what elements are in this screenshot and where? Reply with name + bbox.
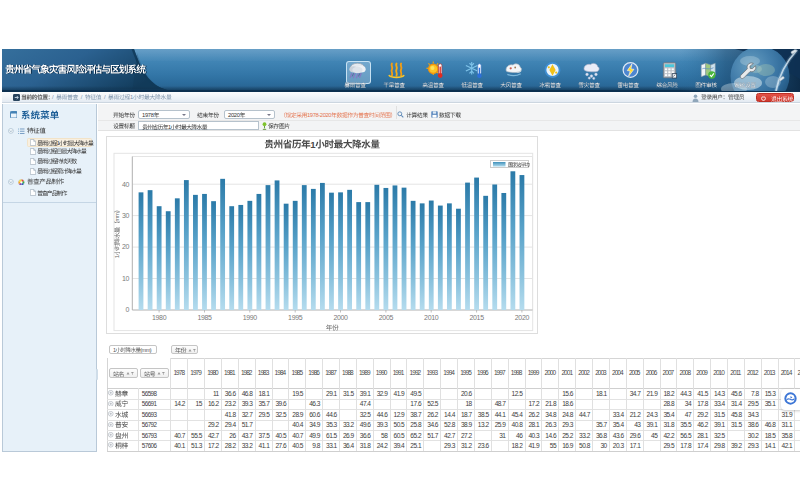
svg-text:0: 0 [126,306,130,313]
svg-text:1990: 1990 [243,314,258,321]
svg-text:10: 10 [122,275,130,282]
svg-text:1: 1 [130,94,133,100]
svg-text:0: 0 [236,113,239,119]
svg-text:40: 40 [122,181,130,188]
svg-text:1985: 1985 [197,314,212,321]
svg-text:1: 1 [113,254,120,258]
svg-text:/: / [80,94,82,100]
svg-text:2005: 2005 [379,314,394,321]
svg-text:2015: 2015 [470,314,485,321]
svg-text:0: 0 [328,112,331,118]
svg-text:m: m [113,212,120,217]
svg-text:2000: 2000 [333,314,348,321]
svg-text:2020: 2020 [515,314,530,321]
svg-text:1: 1 [168,124,171,130]
svg-text:1: 1 [310,139,316,150]
svg-text:1980: 1980 [152,314,167,321]
svg-text:/: / [52,94,54,100]
svg-text:/: / [103,94,105,100]
svg-text:1995: 1995 [288,314,303,321]
svg-text:2010: 2010 [424,314,439,321]
svg-text:8: 8 [150,113,153,119]
